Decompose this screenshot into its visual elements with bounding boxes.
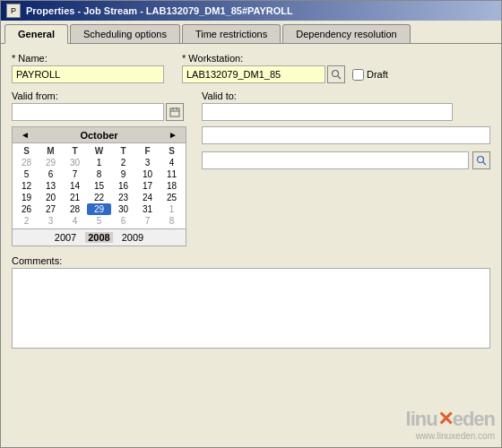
valid-to-group: Valid to: <box>202 90 453 121</box>
cal-day[interactable]: 8 <box>87 168 111 180</box>
cal-day[interactable]: 9 <box>111 168 135 180</box>
cal-day[interactable]: 27 <box>39 203 63 215</box>
cal-day[interactable]: 21 <box>63 192 87 203</box>
workstation-input[interactable] <box>182 65 325 83</box>
valid-from-input[interactable] <box>12 103 164 121</box>
cal-day[interactable]: 14 <box>63 180 87 192</box>
cal-day[interactable]: 28 <box>14 157 39 168</box>
cal-year-2008[interactable]: 2008 <box>85 232 112 243</box>
cal-day[interactable]: 31 <box>135 203 160 215</box>
valid-from-input-row <box>12 103 184 121</box>
cal-year-2009[interactable]: 2009 <box>122 232 143 243</box>
cal-day[interactable]: 29 <box>39 157 63 168</box>
cal-day[interactable]: 19 <box>14 192 39 203</box>
calendar-col: ◄ October ► S M T W T F S <box>12 126 191 246</box>
workstation-input-row: Draft <box>182 65 388 83</box>
calendar-icon-btn[interactable] <box>166 103 184 121</box>
valid-row: Valid from: Valid to: <box>12 90 490 121</box>
title-bar: P Properties - Job Stream - LAB132079_DM… <box>1 1 501 21</box>
cal-week-1: 28 29 30 1 2 3 4 <box>14 157 184 168</box>
logo-eden: eden <box>453 408 495 431</box>
cal-day[interactable]: 30 <box>111 203 135 215</box>
watermark-url: www.linuxeden.com <box>416 431 495 441</box>
cal-day[interactable]: 28 <box>63 203 87 215</box>
window-title: Properties - Job Stream - LAB132079_DM1_… <box>26 5 293 16</box>
valid-from-group: Valid from: <box>12 90 184 121</box>
svg-line-7 <box>483 162 486 165</box>
cal-day[interactable]: 16 <box>111 180 135 192</box>
cal-day[interactable]: 5 <box>14 168 39 180</box>
cal-week-4: 19 20 21 22 23 24 25 <box>14 192 184 203</box>
cal-day-headers: S M T W T F S <box>14 145 184 157</box>
cal-year-2007[interactable]: 2007 <box>55 232 76 243</box>
cal-day[interactable]: 10 <box>135 168 160 180</box>
cal-day[interactable]: 25 <box>160 192 184 203</box>
cal-day[interactable]: 15 <box>87 180 111 192</box>
cal-years: 2007 2008 2009 <box>13 228 186 246</box>
calendar-header: ◄ October ► <box>13 127 186 143</box>
tab-scheduling[interactable]: Scheduling options <box>70 24 180 43</box>
comments-textarea[interactable] <box>12 268 490 349</box>
tab-bar: General Scheduling options Time restrict… <box>1 21 501 44</box>
cal-prev-btn[interactable]: ◄ <box>18 129 32 141</box>
main-layout: ◄ October ► S M T W T F S <box>12 126 490 246</box>
right-field-2-row <box>202 151 490 169</box>
cal-day[interactable]: 4 <box>63 215 87 227</box>
name-workstation-row: * Name: * Workstation: Draft <box>12 53 490 83</box>
cal-day[interactable]: 18 <box>160 180 184 192</box>
comments-label: Comments: <box>12 255 490 266</box>
svg-rect-2 <box>170 108 179 116</box>
cal-day[interactable]: 7 <box>135 215 160 227</box>
cal-day[interactable]: 30 <box>63 157 87 168</box>
cal-week-5: 26 27 28 29 30 31 1 <box>14 203 184 215</box>
logo-x: ✕ <box>437 408 453 431</box>
cal-day-selected[interactable]: 29 <box>87 203 111 215</box>
valid-to-input[interactable] <box>202 103 453 121</box>
right-input-1[interactable] <box>202 126 490 144</box>
cal-day[interactable]: 7 <box>63 168 87 180</box>
cal-day[interactable]: 4 <box>160 157 184 168</box>
cal-day[interactable]: 26 <box>14 203 39 215</box>
draft-checkbox[interactable] <box>352 69 364 81</box>
svg-line-1 <box>338 76 341 79</box>
cal-next-btn[interactable]: ► <box>166 129 180 141</box>
cal-day[interactable]: 6 <box>111 215 135 227</box>
right-field-2 <box>202 151 490 169</box>
svg-point-0 <box>333 71 339 77</box>
tab-general[interactable]: General <box>4 24 68 44</box>
workstation-label: * Workstation: <box>182 53 388 64</box>
cal-day[interactable]: 1 <box>87 157 111 168</box>
cal-day[interactable]: 5 <box>87 215 111 227</box>
cal-day[interactable]: 2 <box>14 215 39 227</box>
cal-day[interactable]: 11 <box>160 168 184 180</box>
cal-day[interactable]: 3 <box>39 215 63 227</box>
cal-day[interactable]: 22 <box>87 192 111 203</box>
tab-time[interactable]: Time restrictions <box>182 24 281 43</box>
cal-day[interactable]: 3 <box>135 157 160 168</box>
workstation-search-btn[interactable] <box>327 65 345 83</box>
tab-dependency[interactable]: Dependency resolution <box>282 24 411 43</box>
comments-section: Comments: <box>12 255 490 351</box>
cal-day[interactable]: 20 <box>39 192 63 203</box>
cal-day[interactable]: 17 <box>135 180 160 192</box>
cal-day[interactable]: 13 <box>39 180 63 192</box>
cal-day[interactable]: 23 <box>111 192 135 203</box>
watermark-logo: linu ✕ eden <box>406 408 495 431</box>
content-area: * Name: * Workstation: Draft <box>1 44 501 447</box>
cal-day[interactable]: 1 <box>160 203 184 215</box>
valid-to-label: Valid to: <box>202 90 453 101</box>
cal-grid: S M T W T F S 28 29 30 <box>13 143 186 228</box>
cal-month-label: October <box>80 130 117 141</box>
right-search-btn[interactable] <box>472 151 490 169</box>
cal-day[interactable]: 8 <box>160 215 184 227</box>
cal-day[interactable]: 2 <box>111 157 135 168</box>
name-group: * Name: <box>12 53 164 83</box>
cal-day[interactable]: 24 <box>135 192 160 203</box>
watermark: linu ✕ eden www.linuxeden.com <box>406 408 495 441</box>
right-input-2[interactable] <box>202 151 469 169</box>
cal-day[interactable]: 12 <box>14 180 39 192</box>
name-input[interactable] <box>12 65 164 83</box>
cal-week-3: 12 13 14 15 16 17 18 <box>14 180 184 192</box>
cal-day[interactable]: 6 <box>39 168 63 180</box>
window-icon: P <box>6 4 21 18</box>
